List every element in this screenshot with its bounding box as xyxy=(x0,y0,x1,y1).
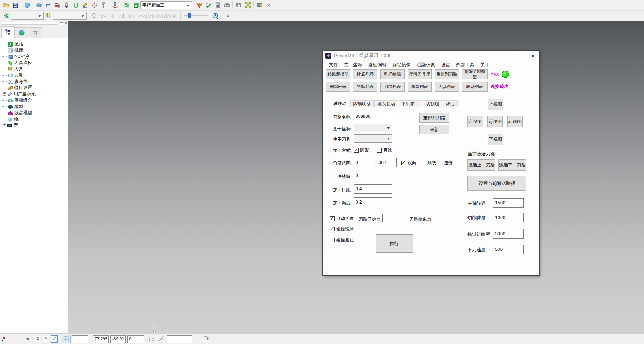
activate-prev-toolpath-button[interactable]: 激活上一刀路 xyxy=(467,159,495,171)
view-right-button[interactable]: 右视图 xyxy=(507,116,523,127)
tolerance-input[interactable] xyxy=(354,197,392,207)
use-tool-select[interactable] xyxy=(354,134,392,143)
cut-moves-button[interactable] xyxy=(243,1,252,10)
stock-edit-button[interactable]: 毛坯编辑 xyxy=(380,69,405,79)
tree-item-levels-sets[interactable]: 层和组合 xyxy=(2,97,68,103)
tab-explorer-web[interactable] xyxy=(15,27,28,38)
refresh-button[interactable]: 刷新 xyxy=(419,125,449,134)
stepover-input[interactable] xyxy=(354,184,392,194)
axis-y-button[interactable]: Y xyxy=(43,335,50,343)
menu-path-mirror[interactable]: 路径镜像 xyxy=(389,62,414,68)
auto-length-checkbox[interactable] xyxy=(330,216,335,221)
tab-parallel[interactable]: 平行加工 xyxy=(399,100,422,108)
delete-all-models-button[interactable]: 删除全部模型 xyxy=(462,69,488,79)
skim-feed-input[interactable] xyxy=(493,229,524,239)
calc-stock-button[interactable]: 计算毛坯 xyxy=(353,69,377,79)
pattern-points-button[interactable] xyxy=(89,1,99,10)
sim-pause-button[interactable]: Ⅱ xyxy=(108,11,117,20)
measure-button[interactable] xyxy=(222,1,231,10)
tab-3axis[interactable]: 三轴联动 xyxy=(326,99,349,108)
expand-icon[interactable] xyxy=(3,92,6,96)
coords-list-button[interactable]: 坐标列表 xyxy=(353,82,377,92)
tool-button[interactable] xyxy=(62,1,71,10)
simulate-check-button[interactable] xyxy=(204,1,213,10)
tool-library-button[interactable]: 星河刀具库 xyxy=(408,69,432,79)
view-front-button[interactable]: 前视图 xyxy=(487,116,503,127)
spindle-speed-input[interactable] xyxy=(493,198,524,208)
menu-coords[interactable]: 关于坐标 xyxy=(341,62,365,68)
axis-x-button[interactable]: X xyxy=(35,335,42,343)
collision-avoid-checkbox[interactable] xyxy=(330,238,335,242)
calculator-button[interactable] xyxy=(213,1,222,10)
verify-button[interactable] xyxy=(195,1,204,10)
panel-close-icon[interactable]: × xyxy=(65,22,67,25)
toolpath-list-button[interactable]: 刀路列表 xyxy=(380,82,405,92)
slider-knob[interactable] xyxy=(188,13,191,18)
model-list-button[interactable]: 模型列表 xyxy=(408,82,432,92)
tree-item-toolpaths[interactable]: 刀具路径 xyxy=(2,60,68,66)
start-point-input[interactable] xyxy=(382,214,405,222)
sim-time-button[interactable] xyxy=(210,11,220,20)
menu-render-sim[interactable]: 渲染仿真 xyxy=(414,62,438,68)
maximize-button[interactable]: □ xyxy=(514,51,527,60)
sim-toolpath-combobox[interactable] xyxy=(11,12,44,20)
sim-go-end-button[interactable]: ▷▷Ⅰ xyxy=(166,11,175,20)
cutting-feed-input[interactable] xyxy=(493,213,524,222)
tool-list-button[interactable]: 刀具列表 xyxy=(435,82,459,92)
menu-file[interactable]: 文件 xyxy=(326,62,341,68)
menu-about[interactable]: 关于 xyxy=(477,62,492,68)
view-top-button[interactable]: 上视图 xyxy=(488,99,503,110)
tree-item-macros[interactable]: 宏 xyxy=(2,122,68,129)
sim-fast-forward-button[interactable]: ▷▷ xyxy=(147,11,157,20)
tree-item-feature-sets[interactable]: 特征设置 xyxy=(2,85,68,91)
strategy-combobox[interactable]: 平行精加工 xyxy=(140,1,192,9)
activate-next-toolpath-button[interactable]: 激活下一刀路 xyxy=(498,159,526,171)
tree-item-workplanes[interactable]: 用户坐标系 xyxy=(2,91,68,97)
grid-size-input[interactable] xyxy=(72,335,88,343)
boundary-button[interactable] xyxy=(71,1,80,10)
expand-icon[interactable] xyxy=(3,124,6,127)
stock-model-button[interactable] xyxy=(255,1,264,10)
dialog-titlebar[interactable]: PowerMILL 忆梦星河 7.0.6 — □ × xyxy=(323,51,539,60)
tab-saw[interactable]: 切割锯 xyxy=(423,100,442,108)
probe-button[interactable] xyxy=(156,334,166,343)
save-project-button[interactable] xyxy=(11,1,20,10)
view-bottom-button[interactable]: 下视图 xyxy=(488,134,503,145)
sim-play-button[interactable]: ▷ xyxy=(99,11,108,20)
collision-check-checkbox[interactable] xyxy=(330,227,335,231)
drive-list-button[interactable]: 驱动列表 xyxy=(462,82,488,92)
sim-tool-combobox[interactable] xyxy=(53,12,87,20)
tool-holder-button[interactable] xyxy=(99,1,108,10)
execute-button[interactable]: 执行 xyxy=(376,234,413,253)
draw-axis-combobox[interactable] xyxy=(1,335,32,343)
rapid-heights-button[interactable] xyxy=(53,1,62,10)
bidirectional-checkbox[interactable] xyxy=(401,161,406,165)
tab-help[interactable]: 帮助 xyxy=(443,100,458,108)
cursor-y-field[interactable] xyxy=(110,335,126,343)
tab-explorer-tree[interactable] xyxy=(1,26,15,38)
minimize-button[interactable]: — xyxy=(502,51,514,60)
menu-external-tools[interactable]: 外部工具 xyxy=(453,62,477,68)
tab-4axis[interactable]: 四轴联动 xyxy=(350,100,374,108)
tree-item-boundaries[interactable]: 边界 xyxy=(2,72,68,78)
pause-output-button[interactable] xyxy=(202,334,211,343)
block-button[interactable] xyxy=(34,1,43,10)
toolpath-button[interactable] xyxy=(122,1,131,10)
tree-item-nc-programs[interactable]: NC程序 xyxy=(2,53,68,60)
sim-light-button[interactable] xyxy=(89,11,99,20)
grid-snap-button[interactable] xyxy=(62,335,71,343)
pattern-edit-button[interactable] xyxy=(80,1,89,10)
sim-step-back-button[interactable]: ◁Ⅰ xyxy=(117,11,126,20)
menu-path-edit[interactable]: 路径编辑 xyxy=(365,62,389,68)
sim-rewind-button[interactable]: ◁◁ xyxy=(138,11,147,20)
angle-from-input[interactable] xyxy=(354,158,374,167)
cursor-z-field[interactable] xyxy=(127,335,144,343)
arc-fit-button[interactable] xyxy=(110,1,120,10)
based-coord-select[interactable] xyxy=(354,124,392,132)
sim-speed-slider[interactable] xyxy=(184,15,208,16)
climb-checkbox[interactable] xyxy=(421,161,426,165)
strategy-button[interactable] xyxy=(131,1,140,10)
conventional-checkbox[interactable] xyxy=(438,161,442,165)
end-point-input[interactable] xyxy=(434,214,456,222)
coordinate-list-button[interactable] xyxy=(147,334,156,343)
